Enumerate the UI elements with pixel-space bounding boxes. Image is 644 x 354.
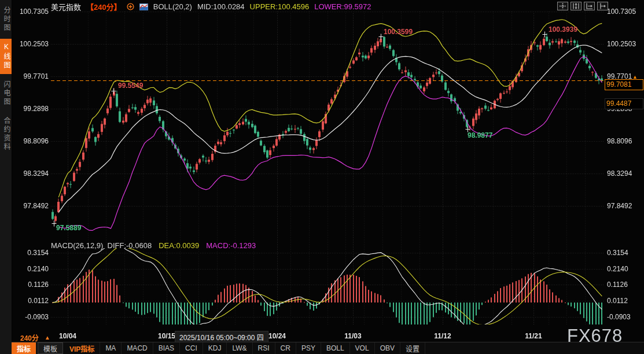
boll-upper-value: UPPER:100.4596	[250, 2, 310, 11]
date-label-10/24: 10/24	[268, 332, 286, 340]
toolbar-indicator-BOLL[interactable]: BOLL	[321, 342, 350, 354]
extreme-price-label: 98.9877	[468, 131, 492, 139]
main-axis-label-right: 100.2503	[607, 40, 636, 48]
macd-value: MACD:-0.1293	[206, 241, 256, 250]
toolbar-tab-指标[interactable]: 指标	[12, 342, 36, 354]
chart-header: 美元指数 【240分】 BOLL(20,2) MID:100.0284 UPPE…	[51, 2, 371, 12]
macd-axis-label-left: 0.1126	[12, 281, 49, 289]
date-label-11/12: 11/12	[434, 332, 451, 340]
time-axis-row: 240分 ▲ 10/0410/1510/2411/0311/1211/21 20…	[12, 329, 644, 342]
bottom-toolbar: 指标模板VIP指标MAMACDBIASCCIKDJLW&RSICRPSYBOLL…	[12, 342, 644, 354]
price-up-arrow-icon: ▲	[632, 74, 638, 80]
macd-axis-label-right: -0.0903	[607, 313, 631, 321]
boll-label: BOLL(20,2)	[153, 2, 192, 11]
macd-axis-label-left: 0.2140	[12, 265, 49, 273]
macd-axis-label-right: 0.1126	[607, 281, 628, 289]
extreme-price-label: 100.3599	[384, 28, 413, 36]
secondary-price-tag: 99.4487	[605, 98, 643, 109]
sidebar-tab-闪电图[interactable]: 闪电图	[0, 76, 12, 110]
sidebar-tab-合约资料[interactable]: 合约资料	[0, 113, 12, 156]
boll-lower-value: LOWER:99.5972	[314, 2, 371, 11]
extreme-price-label: 99.5549	[118, 82, 143, 90]
toolbar-indicator-VOL[interactable]: VOL	[350, 342, 375, 354]
left-sidebar: 分时图K线图闪电图合约资料	[0, 0, 12, 354]
last-price-tag: 99.7081	[605, 79, 643, 90]
macd-name-and-diff: MACD(26,12,9) DIFF:-0.0608	[51, 241, 152, 250]
toolbar-tab-模板[interactable]: 模板	[38, 342, 63, 354]
extreme-price-label: 97.5889	[56, 224, 81, 232]
toolbar-settings[interactable]: 设置	[400, 342, 425, 354]
macd-axis-label-right: 0.3154	[607, 249, 628, 257]
bar-time-tooltip: 2025/10/16 05:00~09:00 四	[175, 331, 268, 343]
macd-dea-value: DEA:0.0039	[159, 241, 199, 250]
macd-axis-label-right: 0.0112	[607, 297, 628, 305]
macd-axis-label-left: 0.0112	[12, 297, 49, 305]
main-axis-label-left: 100.2503	[12, 40, 49, 48]
toolbar-indicator-CCI[interactable]: CCI	[180, 342, 203, 354]
main-axis-label-left: 100.7305	[12, 8, 49, 16]
main-axis-label-right: 100.7305	[607, 8, 636, 16]
indicator-chart-icon[interactable]	[139, 3, 148, 10]
toolbar-indicator-OBV[interactable]: OBV	[375, 342, 400, 354]
move-tool-icon[interactable]	[557, 2, 568, 10]
period-selector[interactable]: 240分 ▲	[20, 333, 50, 342]
date-label-11/03: 11/03	[344, 332, 361, 340]
axis-zoom-horizontal-icon[interactable]	[584, 2, 595, 10]
toolbar-indicator-LW&[interactable]: LW&	[227, 342, 252, 354]
date-label-10/15: 10/15	[158, 332, 175, 340]
main-axis-label-right: 97.8492	[607, 202, 632, 210]
toolbar-indicator-RSI[interactable]: RSI	[253, 342, 275, 354]
date-label-11/21: 11/21	[525, 332, 542, 340]
toolbar-indicator-MACD[interactable]: MACD	[122, 342, 153, 354]
sidebar-tab-分时图[interactable]: 分时图	[0, 2, 12, 36]
chart-application: 分时图K线图闪电图合约资料 美元指数 【240分】 BOLL(20,2) MID…	[0, 0, 644, 354]
symbol-title: 美元指数	[51, 1, 81, 12]
chart-tool-buttons	[557, 2, 608, 10]
period-badge[interactable]: 【240分】	[86, 1, 122, 12]
toolbar-indicator-CR[interactable]: CR	[275, 342, 296, 354]
period-up-arrow-icon: ▲	[45, 334, 50, 341]
date-label-10/04: 10/04	[59, 332, 76, 340]
toolbar-indicator-MA[interactable]: MA	[100, 342, 122, 354]
macd-axis-label-left: 0.3154	[12, 249, 49, 257]
axis-shift-icon[interactable]	[597, 2, 608, 10]
toolbar-indicator-PSY[interactable]: PSY	[296, 342, 321, 354]
chart-canvas[interactable]	[0, 0, 644, 354]
macd-axis-label-right: 0.2140	[607, 265, 628, 273]
main-axis-label-left: 98.8096	[12, 137, 49, 145]
main-axis-label-left: 99.7701	[12, 72, 49, 80]
circle-plus-icon[interactable]	[127, 3, 134, 10]
toolbar-indicator-KDJ[interactable]: KDJ	[203, 342, 227, 354]
toolbar-indicator-BIAS[interactable]: BIAS	[153, 342, 180, 354]
axis-zoom-vertical-icon[interactable]	[571, 2, 582, 10]
main-axis-label-right: 98.3294	[607, 169, 632, 178]
extreme-price-label: 100.3939	[549, 25, 577, 34]
boll-mid-value: MID:100.0284	[197, 2, 245, 11]
main-axis-label-left: 99.2898	[12, 105, 49, 113]
toolbar-tab-VIP指标[interactable]: VIP指标	[64, 342, 100, 354]
macd-header: MACD(26,12,9) DIFF:-0.0608 DEA:0.0039 MA…	[51, 241, 256, 250]
sidebar-tab-K线图[interactable]: K线图	[0, 39, 12, 74]
main-axis-label-left: 97.8492	[12, 202, 49, 210]
main-axis-label-left: 98.3294	[12, 169, 49, 178]
main-axis-label-right: 98.8096	[607, 137, 632, 145]
macd-axis-label-left: -0.0903	[12, 313, 49, 321]
